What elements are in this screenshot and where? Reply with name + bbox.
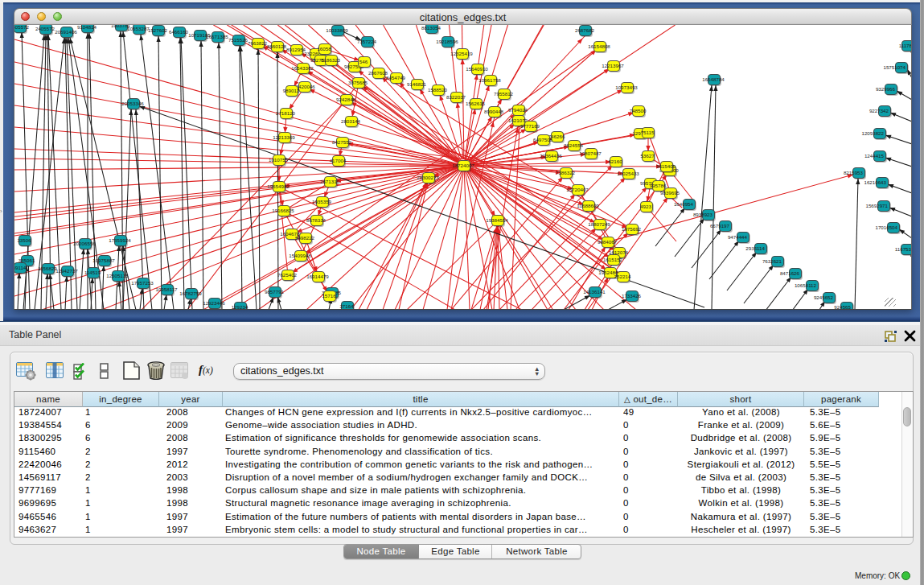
svg-text:1244415: 1244415 bbox=[864, 153, 885, 159]
svg-text:9104814: 9104814 bbox=[77, 25, 97, 30]
svg-text:10688609: 10688609 bbox=[577, 203, 599, 208]
svg-text:5498222: 5498222 bbox=[295, 235, 315, 241]
svg-text:7357224: 7357224 bbox=[357, 39, 377, 44]
svg-text:10654112: 10654112 bbox=[795, 282, 817, 288]
svg-text:7625402: 7625402 bbox=[277, 272, 298, 278]
svg-text:17359924: 17359924 bbox=[109, 237, 131, 243]
svg-text:16058: 16058 bbox=[317, 46, 331, 51]
svg-text:10025433: 10025433 bbox=[617, 171, 639, 176]
svg-text:9857791: 9857791 bbox=[265, 289, 285, 295]
svg-text:2803144: 2803144 bbox=[341, 118, 361, 124]
svg-text:11178: 11178 bbox=[899, 43, 912, 48]
svg-text:16154808: 16154808 bbox=[588, 43, 610, 49]
svg-text:9777169: 9777169 bbox=[520, 123, 540, 129]
svg-text:12923446: 12923446 bbox=[203, 300, 225, 306]
svg-text:8660128: 8660128 bbox=[267, 43, 287, 49]
svg-text:16914479: 16914479 bbox=[306, 274, 329, 279]
svg-text:1935359: 1935359 bbox=[312, 199, 332, 204]
svg-text:39114: 39114 bbox=[14, 265, 27, 270]
svg-text:12505135: 12505135 bbox=[106, 273, 129, 278]
svg-text:7955812: 7955812 bbox=[494, 91, 514, 97]
svg-text:252214: 252214 bbox=[614, 274, 631, 279]
svg-text:2671310: 2671310 bbox=[320, 179, 340, 184]
svg-text:6679197: 6679197 bbox=[710, 223, 730, 229]
svg-text:116753: 116753 bbox=[895, 246, 912, 252]
svg-text:7515526: 7515526 bbox=[228, 37, 248, 43]
svg-text:10807487: 10807487 bbox=[579, 150, 602, 156]
svg-text:20206556: 20206556 bbox=[73, 241, 96, 246]
svg-text:10973493: 10973493 bbox=[615, 84, 638, 90]
svg-text:9839695: 9839695 bbox=[660, 190, 680, 196]
svg-text:2718120: 2718120 bbox=[276, 110, 296, 116]
svg-text:9329966: 9329966 bbox=[876, 86, 896, 92]
svg-text:8454749: 8454749 bbox=[386, 75, 406, 80]
svg-text:3875685: 3875685 bbox=[348, 80, 368, 85]
svg-text:53627: 53627 bbox=[640, 153, 655, 159]
svg-text:33506: 33506 bbox=[17, 237, 31, 243]
svg-text:19166825: 19166825 bbox=[272, 208, 294, 213]
svg-text:9794024: 9794024 bbox=[508, 107, 528, 113]
svg-text:748500: 748500 bbox=[630, 108, 647, 113]
svg-text:62160: 62160 bbox=[608, 159, 622, 164]
svg-text:19218596: 19218596 bbox=[436, 39, 458, 44]
svg-text:9227342: 9227342 bbox=[869, 108, 889, 113]
svg-text:1010755: 1010755 bbox=[269, 157, 289, 163]
svg-text:20691406: 20691406 bbox=[55, 29, 77, 35]
svg-text:1588520: 1588520 bbox=[428, 87, 448, 93]
svg-text:16210643: 16210643 bbox=[864, 179, 886, 185]
svg-text:16671385: 16671385 bbox=[206, 34, 228, 39]
svg-text:8186323: 8186323 bbox=[321, 57, 341, 63]
svg-text:8678334: 8678334 bbox=[306, 217, 326, 223]
svg-text:1612074: 1612074 bbox=[609, 249, 629, 255]
svg-text:12942737: 12942737 bbox=[55, 268, 78, 274]
svg-text:2867608: 2867608 bbox=[368, 70, 388, 76]
svg-text:12213369: 12213369 bbox=[273, 134, 295, 140]
svg-text:114519: 114519 bbox=[84, 270, 101, 275]
svg-text:15409948: 15409948 bbox=[289, 253, 311, 258]
svg-text:3624554: 3624554 bbox=[564, 142, 584, 148]
svg-text:129234: 129234 bbox=[232, 304, 248, 310]
svg-text:19654982: 19654982 bbox=[267, 183, 290, 189]
svg-text:8938923: 8938923 bbox=[693, 212, 713, 217]
svg-text:14136141: 14136141 bbox=[583, 289, 606, 295]
svg-text:1975692: 1975692 bbox=[622, 226, 642, 232]
svg-text:20053346: 20053346 bbox=[121, 101, 144, 106]
svg-text:17016504: 17016504 bbox=[875, 225, 897, 230]
svg-text:10961758: 10961758 bbox=[478, 77, 501, 83]
svg-text:9242848: 9242848 bbox=[336, 97, 356, 102]
svg-text:37164: 37164 bbox=[339, 303, 354, 309]
svg-text:1405572: 1405572 bbox=[14, 25, 30, 30]
svg-text:2687682: 2687682 bbox=[575, 27, 595, 33]
svg-text:18724007: 18724007 bbox=[452, 163, 474, 168]
svg-text:8427552: 8427552 bbox=[332, 139, 352, 145]
svg-text:546: 546 bbox=[359, 59, 368, 64]
svg-text:18807249: 18807249 bbox=[588, 221, 610, 227]
svg-text:924565: 924565 bbox=[834, 304, 851, 310]
svg-text:15720407: 15720407 bbox=[566, 187, 589, 192]
svg-text:28300273: 28300273 bbox=[417, 175, 439, 180]
svg-text:2935114: 2935114 bbox=[745, 245, 765, 251]
svg-text:16543362: 16543362 bbox=[291, 65, 314, 71]
svg-text:9474444: 9474444 bbox=[728, 234, 748, 240]
svg-text:9245652: 9245652 bbox=[814, 295, 834, 300]
svg-text:1527602: 1527602 bbox=[148, 27, 168, 33]
svg-text:16782759: 16782759 bbox=[179, 290, 202, 296]
svg-text:6466160: 6466160 bbox=[169, 29, 189, 35]
svg-text:10033809: 10033809 bbox=[326, 27, 348, 33]
svg-text:15692971: 15692971 bbox=[865, 203, 888, 208]
svg-text:2405572: 2405572 bbox=[35, 26, 55, 31]
svg-text:1156829: 1156829 bbox=[38, 266, 57, 271]
svg-text:335061: 335061 bbox=[18, 257, 35, 263]
svg-text:16648784: 16648784 bbox=[702, 76, 725, 82]
svg-text:9084067: 9084067 bbox=[598, 239, 618, 245]
svg-text:7663822: 7663822 bbox=[248, 40, 268, 46]
svg-text:10975887: 10975887 bbox=[92, 257, 115, 263]
svg-text:10653287: 10653287 bbox=[127, 26, 150, 31]
svg-text:1733426: 1733426 bbox=[622, 293, 642, 299]
svg-text:7386322: 7386322 bbox=[556, 170, 576, 175]
svg-text:8990448: 8990448 bbox=[484, 109, 504, 114]
svg-text:9146821: 9146821 bbox=[407, 81, 427, 87]
svg-text:4923: 4923 bbox=[640, 204, 651, 209]
svg-text:1640954: 1640954 bbox=[674, 201, 694, 207]
svg-text:12325419: 12325419 bbox=[450, 51, 473, 56]
